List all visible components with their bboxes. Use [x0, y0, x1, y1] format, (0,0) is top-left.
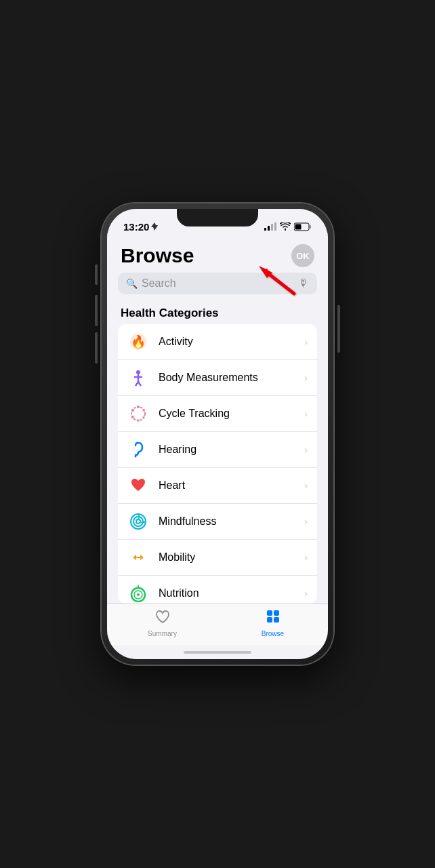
svg-rect-37	[267, 617, 272, 623]
chevron-icon: ›	[304, 444, 308, 455]
svg-point-16	[131, 407, 145, 420]
svg-point-18	[142, 409, 145, 412]
mindfulness-icon	[127, 511, 149, 532]
body-label: Body Measurements	[159, 372, 295, 384]
body-icon	[127, 367, 149, 389]
search-icon: 🔍	[126, 278, 138, 289]
hearing-label: Hearing	[159, 443, 295, 456]
chevron-icon: ›	[304, 372, 308, 383]
list-item[interactable]: Mobility ›	[118, 540, 317, 576]
svg-point-20	[137, 419, 140, 422]
page-header: Browse OK	[107, 239, 328, 273]
activity-icon: 🔥	[127, 331, 149, 353]
list-item[interactable]: Body Measurements ›	[118, 360, 317, 396]
svg-point-11	[136, 370, 140, 374]
svg-rect-1	[268, 226, 270, 231]
heart-icon	[127, 475, 149, 496]
time-display: 13:20	[123, 221, 149, 233]
phone-frame: 13:20	[102, 203, 333, 665]
list-item[interactable]: Heart ›	[118, 468, 317, 504]
activity-label: Activity	[159, 336, 295, 348]
list-item[interactable]: Cycle Tracking ›	[118, 396, 317, 432]
nutrition-icon	[127, 583, 149, 604]
mobility-icon	[127, 547, 149, 568]
ok-button[interactable]: OK	[291, 244, 314, 267]
search-bar[interactable]: 🔍 Search 🎙	[118, 273, 317, 294]
svg-point-19	[142, 416, 145, 418]
signal-icon	[264, 222, 276, 231]
summary-tab-label: Summary	[148, 630, 177, 637]
nutrition-label: Nutrition	[159, 587, 295, 599]
svg-rect-3	[274, 222, 276, 231]
cycle-icon	[127, 403, 149, 425]
categories-list: 🔥 Activity ›	[118, 324, 317, 604]
battery-icon	[294, 222, 312, 231]
list-item[interactable]: Hearing ›	[118, 432, 317, 468]
svg-rect-0	[264, 228, 266, 231]
svg-rect-35	[267, 610, 272, 616]
svg-text:🔥: 🔥	[131, 334, 146, 349]
summary-tab-icon	[154, 608, 171, 629]
home-indicator	[107, 646, 328, 659]
mindfulness-label: Mindfulness	[159, 515, 295, 528]
tab-browse[interactable]: Browse	[218, 608, 328, 637]
heart-label: Heart	[159, 479, 295, 492]
chevron-icon: ›	[304, 408, 308, 419]
page-title: Browse	[121, 244, 194, 267]
hearing-icon	[127, 439, 149, 460]
categories-heading: Health Categories	[107, 301, 328, 324]
svg-point-22	[131, 409, 134, 412]
location-icon	[151, 222, 158, 231]
search-placeholder: Search	[142, 277, 294, 290]
status-icons	[264, 222, 312, 231]
svg-point-25	[133, 517, 143, 526]
list-item[interactable]: Mindfulness ›	[118, 504, 317, 540]
chevron-icon: ›	[304, 588, 308, 599]
chevron-icon: ›	[304, 516, 308, 527]
list-item[interactable]: Nutrition ›	[118, 576, 317, 604]
browse-tab-label: Browse	[262, 630, 284, 637]
tab-bar: Summary Browse	[107, 604, 328, 646]
chevron-icon: ›	[304, 480, 308, 491]
svg-line-15	[138, 382, 141, 386]
notch	[177, 209, 258, 226]
svg-rect-2	[271, 224, 273, 231]
svg-point-23	[135, 456, 137, 458]
svg-rect-38	[274, 617, 279, 623]
browse-tab-icon	[265, 608, 281, 629]
svg-rect-6	[310, 225, 311, 229]
svg-point-17	[137, 406, 140, 408]
mic-icon: 🎙	[298, 277, 309, 290]
chevron-icon: ›	[304, 552, 308, 563]
svg-point-4	[285, 229, 286, 231]
cycle-label: Cycle Tracking	[159, 408, 295, 420]
mobility-label: Mobility	[159, 551, 295, 564]
svg-rect-36	[274, 610, 279, 616]
wifi-icon	[280, 222, 291, 231]
tab-summary[interactable]: Summary	[107, 608, 218, 637]
home-bar	[184, 651, 251, 654]
status-time: 13:20	[123, 221, 158, 233]
svg-point-30	[137, 593, 140, 596]
list-item[interactable]: 🔥 Activity ›	[118, 324, 317, 360]
chevron-icon: ›	[304, 336, 308, 347]
phone-screen: 13:20	[107, 209, 328, 659]
svg-rect-7	[295, 224, 302, 229]
svg-point-26	[136, 519, 140, 524]
svg-point-21	[131, 416, 134, 418]
